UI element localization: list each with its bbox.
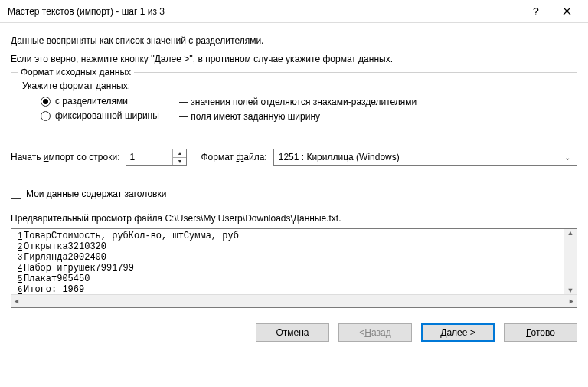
file-format-value: 1251 : Кириллица (Windows) [279, 152, 400, 162]
file-format-label: Формат файла: [201, 152, 266, 162]
start-row-input[interactable] [126, 149, 172, 165]
preview-line: 1ТоварСтоимость, рубКол-во, штСумма, руб [13, 231, 564, 241]
spinner-arrows: ▲ ▼ [172, 149, 186, 165]
start-row-spinner[interactable]: ▲ ▼ [126, 149, 187, 166]
scroll-up-icon: ▲ [567, 229, 574, 237]
radio-fixed-desc: — поля имеют заданную ширину [179, 111, 320, 122]
radio-delimited-desc: — значения полей отделяются знаками-разд… [179, 97, 416, 107]
radio-fixed-indicator [41, 111, 51, 121]
help-button[interactable]: ? [521, 1, 551, 22]
intro-line-1: Данные восприняты как список значений с … [11, 35, 577, 46]
radio-fixed-label: фиксированной ширины [55, 110, 170, 122]
cancel-button[interactable]: Отмена [256, 323, 329, 342]
dialog-buttons: Отмена < Назад Далее > Готово [0, 314, 588, 349]
preview-line: 6Итого: 1969 [13, 284, 564, 294]
radio-delimited-label: с разделителями [55, 96, 170, 107]
preview-line: 2Открытка3210320 [13, 241, 564, 252]
close-button[interactable] [551, 1, 582, 22]
headers-checkbox-label: Мои данные содержат заголовки [26, 189, 166, 199]
radio-fixed[interactable]: фиксированной ширины — поля имеют заданн… [41, 110, 567, 122]
close-icon [563, 7, 571, 15]
import-options-row: Начать импорт со строки: ▲ ▼ Формат файл… [11, 149, 577, 166]
preview-lines: 1ТоварСтоимость, рубКол-во, штСумма, руб… [11, 229, 564, 294]
preview-line: 5Плакат905450 [13, 274, 564, 284]
chevron-down-icon: ⌄ [561, 153, 573, 162]
preview-label: Предварительный просмотр файла C:\Users\… [11, 213, 577, 224]
titlebar: Мастер текстов (импорт) - шаг 1 из 3 ? [0, 0, 588, 23]
finish-button[interactable]: Готово [504, 323, 577, 342]
preview-line: 3Гирлянда2002400 [13, 252, 564, 263]
start-row-label: Начать импорт со строки: [11, 152, 119, 162]
file-format-select[interactable]: 1251 : Кириллица (Windows) ⌄ [273, 149, 577, 166]
back-button: < Назад [338, 323, 412, 342]
scroll-left-icon: ◄ [13, 297, 20, 305]
source-format-legend: Формат исходных данных [18, 67, 134, 77]
spinner-down[interactable]: ▼ [173, 158, 186, 166]
intro-line-2: Если это верно, нажмите кнопку ''Далее >… [11, 54, 577, 64]
format-subhead: Укажите формат данных: [22, 80, 567, 91]
radio-delimited-indicator [41, 97, 51, 107]
vertical-scrollbar[interactable]: ▲ ▼ [564, 229, 577, 294]
headers-checkbox[interactable] [11, 189, 21, 199]
radio-delimited[interactable]: с разделителями — значения полей отделяю… [41, 96, 567, 107]
next-button[interactable]: Далее > [421, 323, 495, 342]
headers-checkbox-row[interactable]: Мои данные содержат заголовки [11, 189, 577, 199]
horizontal-scrollbar[interactable]: ◄ ► [11, 294, 577, 307]
scroll-right-icon: ► [568, 297, 575, 305]
window-title: Мастер текстов (импорт) - шаг 1 из 3 [8, 6, 521, 17]
source-format-group: Формат исходных данных Укажите формат да… [11, 72, 577, 136]
preview-line: 4Набор игрушек7991799 [13, 263, 564, 274]
scroll-down-icon: ▼ [567, 287, 574, 294]
dialog-content: Данные восприняты как список значений с … [0, 23, 588, 314]
spinner-up[interactable]: ▲ [173, 149, 186, 158]
preview-box: 1ТоварСтоимость, рубКол-во, штСумма, руб… [11, 228, 577, 308]
